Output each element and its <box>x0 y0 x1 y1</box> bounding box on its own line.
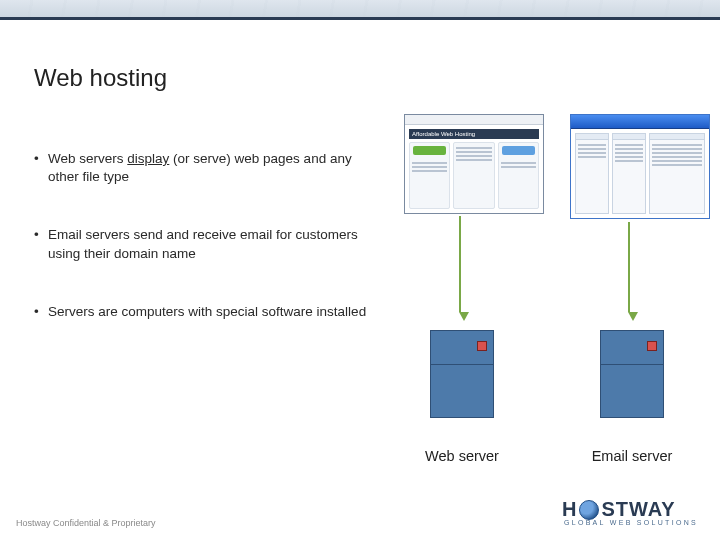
text-fragment: Web servers <box>48 151 127 166</box>
server-tower-icon <box>430 330 494 418</box>
bullet-dot: • <box>34 226 48 262</box>
thumbnail-banner: Affordable Web Hosting <box>409 129 539 139</box>
reading-pane <box>649 133 705 214</box>
power-light-icon <box>647 341 657 351</box>
message-list-pane <box>612 133 646 214</box>
confidential-footer: Hostway Confidential & Proprietary <box>16 518 156 528</box>
top-decoration-bar <box>0 0 720 20</box>
bullet-text: Web servers display (or serve) web pages… <box>48 150 374 186</box>
brand-text: STWAY <box>601 498 675 521</box>
power-light-icon <box>477 341 487 351</box>
underlined-word: display <box>127 151 169 166</box>
bullet-text: Servers are computers with special softw… <box>48 303 366 321</box>
window-titlebar <box>571 115 709 129</box>
brand-logo: HSTWAY GLOBAL WEB SOLUTIONS <box>562 498 698 526</box>
globe-icon <box>579 500 599 520</box>
folder-pane <box>575 133 609 214</box>
brand-text: H <box>562 498 577 521</box>
thumbnail-column <box>453 142 494 209</box>
bullet-item: • Email servers send and receive email f… <box>34 226 374 262</box>
webpage-screenshot: Affordable Web Hosting <box>404 114 544 214</box>
email-server-label: Email server <box>552 448 712 464</box>
bullet-list: • Web servers display (or serve) web pag… <box>34 150 374 361</box>
thumbnail-column <box>409 142 450 209</box>
bullet-text: Email servers send and receive email for… <box>48 226 374 262</box>
browser-chrome <box>405 115 543 125</box>
web-server-label: Web server <box>382 448 542 464</box>
bullet-dot: • <box>34 150 48 186</box>
thumbnail-column <box>498 142 539 209</box>
server-tower-icon <box>600 330 664 418</box>
slide-title: Web hosting <box>34 64 167 92</box>
slide: Web hosting • Web servers display (or se… <box>0 20 720 540</box>
bullet-item: • Web servers display (or serve) web pag… <box>34 150 374 186</box>
bullet-item: • Servers are computers with special sof… <box>34 303 374 321</box>
brand-tagline: GLOBAL WEB SOLUTIONS <box>562 519 698 526</box>
bullet-dot: • <box>34 303 48 321</box>
email-client-screenshot <box>570 114 710 219</box>
